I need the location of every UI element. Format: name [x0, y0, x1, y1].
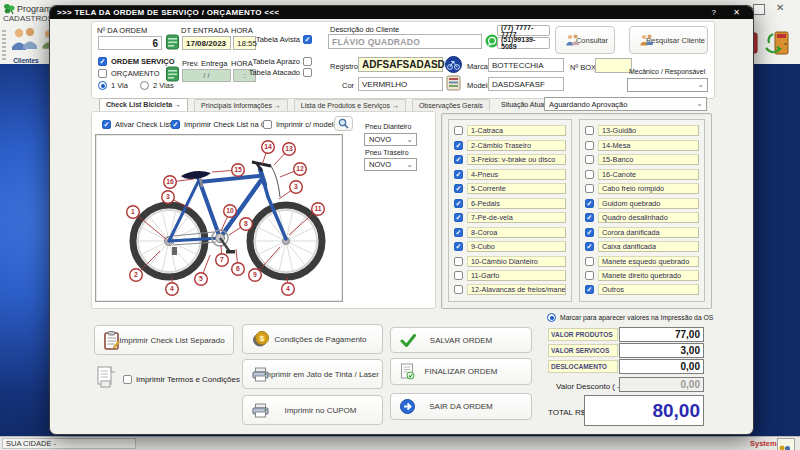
situacao-dropdown[interactable]: Aguardando Aprovação: [544, 97, 707, 111]
nbox-field[interactable]: [595, 58, 632, 73]
ativar-checklist-checkbox[interactable]: [102, 120, 111, 129]
checklist-checkbox[interactable]: [585, 126, 594, 135]
toolbar-handle[interactable]: [2, 30, 6, 60]
totals-value[interactable]: 3,00: [619, 343, 704, 358]
imprimir-modelo[interactable]: Imprimir c/ modelo: [263, 120, 338, 129]
imprimir-jato-button[interactable]: Imprimir em Jato de Tinta / Laser: [242, 359, 383, 389]
checklist-checkbox[interactable]: [585, 271, 594, 280]
checklist-item[interactable]: 14-Mesa: [585, 140, 699, 151]
consultar-button[interactable]: Consultar: [555, 26, 615, 54]
tabela-row[interactable]: Tabela Aprazo: [242, 56, 312, 66]
imprimir-os-checkbox[interactable]: [171, 120, 180, 129]
checklist-item[interactable]: 15-Banco: [585, 154, 699, 165]
totals-value[interactable]: 0,00: [619, 359, 704, 374]
entry-date-field[interactable]: 17/08/2023: [182, 36, 231, 50]
checklist-item[interactable]: 5-Corrente: [454, 183, 566, 194]
registro-field[interactable]: ADFSAFSADASD: [358, 57, 443, 72]
checklist-checkbox[interactable]: [585, 228, 594, 237]
imprimir-cupom-button[interactable]: Imprimir no CUPOM: [242, 395, 383, 425]
color-book-icon[interactable]: [446, 75, 461, 91]
checklist-item[interactable]: Corora danificada: [585, 227, 699, 238]
checklist-item[interactable]: Cabo freio rompido: [585, 183, 699, 194]
dialog-close-button[interactable]: ✕: [733, 6, 740, 19]
totals-value[interactable]: 77,00: [619, 327, 704, 342]
order-number-field[interactable]: 6: [98, 36, 162, 50]
checklist-item[interactable]: Quadro desalinhado: [585, 212, 699, 223]
checklist-item[interactable]: 16-Canote: [585, 169, 699, 180]
checklist-item[interactable]: 7-Pé-de-vela: [454, 212, 566, 223]
checklist-item[interactable]: Guidom quebrado: [585, 198, 699, 209]
checklist-checkbox[interactable]: [585, 285, 594, 294]
checklist-item[interactable]: Manete esquedo quebrado: [585, 256, 699, 267]
status-tray-icon[interactable]: [777, 438, 795, 450]
bg-maximize-button[interactable]: [753, 4, 765, 15]
pneu-traseiro-dropdown[interactable]: NOVO: [364, 158, 417, 171]
client-name-field[interactable]: FLÁVIO QUADRADO: [328, 34, 482, 49]
checklist-checkbox[interactable]: [585, 141, 594, 150]
imprimir-modelo-checkbox[interactable]: [263, 120, 272, 129]
checklist-checkbox[interactable]: [585, 155, 594, 164]
dialog-help-button[interactable]: ?: [712, 6, 716, 19]
termos-checkbox[interactable]: [123, 375, 132, 384]
condicoes-pagamento-button[interactable]: $ Condições de Pagamento: [242, 324, 383, 354]
bicycle-badge-icon[interactable]: [445, 56, 462, 73]
checklist-checkbox[interactable]: [454, 199, 463, 208]
checklist-checkbox[interactable]: [454, 213, 463, 222]
checklist-checkbox[interactable]: [454, 228, 463, 237]
calendar-icon[interactable]: [166, 34, 179, 50]
checklist-checkbox[interactable]: [454, 257, 463, 266]
checklist-item[interactable]: 11-Garfo: [454, 270, 566, 281]
checklist-checkbox[interactable]: [454, 170, 463, 179]
checklist-item[interactable]: Caixa danificada: [585, 241, 699, 252]
checklist-item[interactable]: 9-Cubo: [454, 241, 566, 252]
calendar-icon[interactable]: [166, 66, 179, 82]
modelo-field[interactable]: DASDSAFASF: [488, 77, 564, 91]
tab-observacoes-gerais[interactable]: Observações Gerais: [412, 99, 490, 111]
imprimir-termos[interactable]: Imprimir Termos e Condições: [123, 375, 240, 384]
tab-principais-informacoes[interactable]: Principais Informações →: [194, 99, 288, 111]
phone2-field[interactable]: (51)99139-5089: [497, 37, 550, 49]
checklist-checkbox[interactable]: [454, 242, 463, 251]
print-values-option[interactable]: Marcar para aparecer valores na Impressã…: [547, 313, 713, 322]
cor-field[interactable]: VERMRLHO: [358, 77, 443, 91]
checklist-item[interactable]: 13-Guidão: [585, 125, 699, 136]
tabela-checkbox[interactable]: [303, 35, 312, 44]
checklist-item[interactable]: 8-Coroa: [454, 227, 566, 238]
checklist-item[interactable]: 12-Alavancas de freios/manete: [454, 284, 566, 295]
checklist-checkbox[interactable]: [585, 199, 594, 208]
orcamento-checkbox[interactable]: [98, 69, 107, 78]
ativar-checklist[interactable]: Ativar Check List: [102, 120, 171, 129]
zoom-button[interactable]: [334, 116, 353, 131]
tabela-checkbox[interactable]: [303, 68, 312, 77]
order-type-orcamento[interactable]: ORÇAMENTO: [98, 69, 160, 78]
tab-check-list-bicicleta[interactable]: Check List Bicicleta →: [99, 98, 188, 111]
checklist-checkbox[interactable]: [585, 242, 594, 251]
marca-field[interactable]: BOTTECCHIA: [488, 58, 564, 72]
checklist-item[interactable]: Outros: [585, 284, 699, 295]
checklist-checkbox[interactable]: [585, 170, 594, 179]
checklist-checkbox[interactable]: [585, 257, 594, 266]
checklist-checkbox[interactable]: [454, 184, 463, 193]
tabela-row[interactable]: Tabela Atacado: [242, 67, 312, 77]
checklist-item[interactable]: 1-Catraca: [454, 125, 566, 136]
delivery-date-field[interactable]: / /: [182, 69, 231, 82]
mecanico-dropdown[interactable]: [627, 78, 708, 92]
checklist-checkbox[interactable]: [454, 285, 463, 294]
checklist-checkbox[interactable]: [585, 213, 594, 222]
imprimir-checklist-separado-button[interactable]: Imprimir Check List Separado: [94, 325, 234, 355]
checklist-checkbox[interactable]: [454, 141, 463, 150]
pneu-dianteiro-dropdown[interactable]: NOVO: [364, 133, 417, 146]
bg-close-button[interactable]: ✕: [776, 2, 784, 13]
tabela-row[interactable]: Tabela Avista: [242, 34, 312, 44]
salvar-ordem-button[interactable]: SALVAR ORDEM: [390, 327, 532, 353]
phone1-field[interactable]: (77) 7777-7777: [497, 25, 550, 36]
checklist-item[interactable]: 6-Pedais: [454, 198, 566, 209]
finalizar-ordem-button[interactable]: FINALIZAR ORDEM: [390, 358, 532, 385]
checklist-item[interactable]: 2-Câmbio Traseiro: [454, 140, 566, 151]
ordem-servico-checkbox[interactable]: [98, 57, 107, 66]
print-values-radio[interactable]: [547, 313, 556, 322]
sair-ordem-button[interactable]: SAIR DA ORDEM: [390, 393, 532, 420]
checklist-checkbox[interactable]: [454, 271, 463, 280]
checklist-checkbox[interactable]: [454, 155, 463, 164]
pesquisar-cliente-button[interactable]: Pesquisar Cliente: [629, 26, 708, 54]
